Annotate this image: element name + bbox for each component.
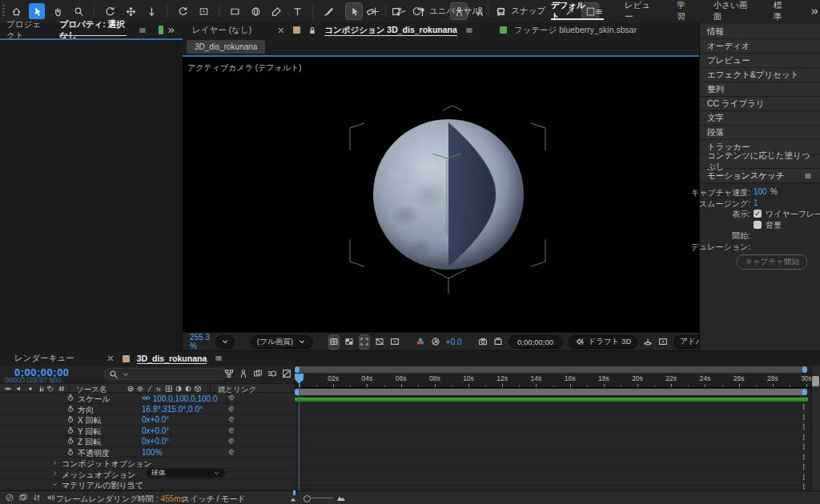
mask-visibility-button[interactable]: [375, 335, 384, 349]
cache-frames-icon[interactable]: [18, 493, 28, 502]
property-value[interactable]: 16.8°,315.0°,0.0°: [142, 405, 203, 414]
snap-checkbox[interactable]: [496, 6, 506, 17]
take-snapshot-button[interactable]: [478, 335, 488, 349]
property-value[interactable]: 0x+0.0°: [142, 437, 169, 446]
panel-プレビュー[interactable]: プレビュー: [700, 54, 820, 68]
property-row-8[interactable]: メッシュオプション球体: [0, 469, 295, 480]
gizmo-rotation[interactable]: [408, 3, 424, 19]
time-ruler[interactable]: 0s02s04s06s08s10s12s14s16s18s20s22s24s26…: [295, 374, 811, 388]
navigator-start-handle[interactable]: [295, 366, 299, 373]
panel-文字[interactable]: 文字: [700, 111, 820, 126]
tool-pen[interactable]: [268, 3, 284, 19]
grid-guides-button[interactable]: [329, 335, 339, 349]
stopwatch-icon[interactable]: [66, 415, 74, 423]
tool-zoom[interactable]: [70, 3, 86, 19]
expander-icon[interactable]: [51, 470, 58, 477]
work-area-bar[interactable]: [295, 389, 807, 395]
stopwatch-icon[interactable]: [66, 448, 74, 456]
メッシュオプション-dropdown[interactable]: 球体: [147, 469, 225, 478]
zoom-in-mountain-icon[interactable]: [336, 493, 346, 502]
column-switch-slash[interactable]: [146, 385, 154, 393]
tool-sphere[interactable]: [247, 3, 263, 19]
column-hash[interactable]: [58, 385, 66, 393]
column-switch-fx[interactable]: fx: [155, 385, 163, 393]
properties-menu-icon[interactable]: [138, 26, 147, 35]
smoothing-value[interactable]: 1: [754, 198, 758, 207]
update-arrows-icon[interactable]: [32, 493, 42, 502]
column-switch-half2[interactable]: [184, 385, 192, 393]
stopwatch-icon[interactable]: [66, 437, 74, 445]
panel-コンテンツに応じた塗りつぶし[interactable]: コンテンツに応じた塗りつぶし: [700, 154, 820, 169]
tool-dolly-camera[interactable]: [143, 3, 159, 19]
tab-footage[interactable]: フッテージ blueberry_skin.sbsar: [514, 22, 637, 38]
property-row-7[interactable]: コンポジットオプション: [0, 458, 295, 469]
snap-label[interactable]: スナップ: [511, 6, 545, 17]
property-row-3[interactable]: X 回転0x+0.0°: [0, 414, 295, 426]
property-row-2[interactable]: 方向16.8°,315.0°,0.0°: [0, 404, 295, 415]
property-row-6[interactable]: 不透明度100%: [0, 447, 295, 458]
wireframe-checkbox[interactable]: ✓: [754, 210, 762, 218]
property-value[interactable]: 0x+0.0°: [142, 415, 169, 424]
property-row-9[interactable]: マテリアルの割り当て: [0, 479, 295, 490]
property-row-5[interactable]: Z 回転0x+0.0°: [0, 436, 295, 447]
tool-selection[interactable]: [29, 3, 45, 19]
pickwhip-icon[interactable]: [227, 437, 235, 445]
exposure-value[interactable]: +0.0: [446, 338, 462, 346]
pickwhip-icon[interactable]: [227, 415, 235, 423]
workspace-tab-標準[interactable]: 標準: [774, 0, 789, 22]
tab-properties[interactable]: プロパティ: 選択なし: [59, 22, 127, 38]
group-name[interactable]: マテリアルの割り当て: [62, 480, 143, 490]
magnification-value[interactable]: 255.3 %: [190, 333, 210, 350]
workspace-tab-学習[interactable]: 学習: [677, 0, 692, 22]
workspace-tab-レビュー[interactable]: レビュー: [625, 0, 656, 22]
switches-modes-button[interactable]: スイッチ / モード: [182, 494, 246, 504]
magnification-dropdown[interactable]: [215, 335, 235, 349]
frame-blend-button[interactable]: [253, 369, 263, 378]
panel-段落[interactable]: 段落: [700, 126, 820, 140]
property-value[interactable]: 100.0,100.0,100.0: [153, 394, 218, 403]
timeline-zoom-knob[interactable]: [303, 495, 311, 502]
stopwatch-icon[interactable]: [66, 394, 74, 402]
zoom-out-mountain-icon[interactable]: [289, 494, 299, 503]
column-speaker[interactable]: [15, 385, 23, 393]
tool-home[interactable]: [8, 3, 24, 19]
ground-plane-button[interactable]: [643, 335, 653, 349]
timeline-tab-menu-icon[interactable]: [214, 354, 223, 363]
close-timeline-tab-icon[interactable]: [106, 354, 115, 363]
pickwhip-icon[interactable]: [227, 394, 235, 402]
tab-project[interactable]: プロジェクト: [6, 22, 48, 38]
pixel-aspect-button[interactable]: [390, 335, 400, 349]
timeline-navigator-bar[interactable]: [295, 366, 807, 373]
universal-gizmo-label[interactable]: ユニバーサル: [429, 6, 480, 17]
motion-sketch-menu-icon[interactable]: [803, 171, 813, 181]
transparency-grid-button[interactable]: [344, 335, 354, 349]
navigator-end-handle[interactable]: [802, 366, 807, 373]
more-workspaces-icon[interactable]: [810, 6, 820, 17]
preview-time-display[interactable]: 0;00;00;00: [508, 335, 563, 349]
mini-flowchart-button[interactable]: [224, 369, 234, 378]
capture-speed-value[interactable]: 100: [754, 187, 767, 196]
expander-icon[interactable]: [51, 481, 58, 488]
work-area-end-handle[interactable]: [802, 389, 807, 395]
panel-overflow-icon[interactable]: [167, 26, 176, 35]
comp-label-color[interactable]: [293, 26, 300, 34]
panel-エフェクト&プリセット[interactable]: エフェクト&プリセット: [700, 68, 820, 82]
tool-rectangle[interactable]: [227, 3, 243, 19]
column-eye[interactable]: [4, 385, 12, 393]
pickwhip-icon[interactable]: [227, 448, 235, 456]
pickwhip-icon[interactable]: [227, 426, 235, 434]
playhead-line[interactable]: [299, 384, 299, 490]
channel-rgb-button[interactable]: [416, 335, 425, 349]
breadcrumb[interactable]: 3D_dis_rokunana: [187, 40, 265, 54]
tab-timeline-comp[interactable]: 3D_dis_rokunana: [137, 351, 207, 366]
extended-viewer-button[interactable]: [658, 335, 668, 349]
motion-blur-button[interactable]: [267, 369, 277, 378]
column-switch-cube[interactable]: [194, 385, 202, 393]
exposure-button[interactable]: [431, 335, 440, 349]
draft-3d-person-button[interactable]: [239, 369, 248, 378]
tab-layer-viewer[interactable]: レイヤー (なし): [192, 22, 251, 38]
column-switch-sun[interactable]: [136, 385, 144, 393]
panel-情報[interactable]: 情報: [700, 25, 820, 39]
viewer-canvas[interactable]: アクティブカメラ (デフォルト): [183, 57, 699, 332]
lock-icon[interactable]: [308, 26, 317, 35]
